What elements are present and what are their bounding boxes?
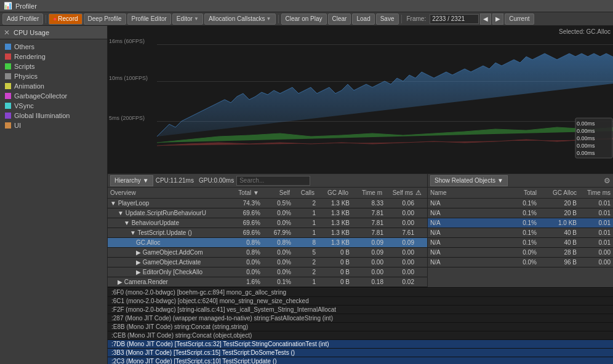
callstack-row[interactable]: :287 (Mono JIT Code) (wrapper managed-to… <box>108 314 613 323</box>
right-row-name: N/A <box>428 210 505 216</box>
legend-color <box>5 73 11 79</box>
hierarchy-table[interactable]: ▼ PlayerLoop 74.3% 0.5% 2 1.3 KB 8.33 0.… <box>108 199 427 287</box>
search-input[interactable] <box>236 176 310 186</box>
hierarchy-row[interactable]: ▶ GameObject.AddCom 0.8% 0.0% 5 0 B 0.09… <box>108 248 427 258</box>
hierarchy-row[interactable]: ▼ BehaviourUpdate 69.6% 0.0% 1 1.3 KB 7.… <box>108 218 427 228</box>
hierarchy-row[interactable]: ▼ PlayerLoop 74.3% 0.5% 2 1.3 KB 8.33 0.… <box>108 199 427 208</box>
right-col-timems[interactable]: Time ms <box>579 189 613 196</box>
alloc-dropdown-arrow: ▼ <box>266 16 271 22</box>
right-table-row[interactable]: N/A 0.0% 96 B 0.00 <box>428 258 613 267</box>
load-button[interactable]: Load <box>352 14 374 25</box>
row-calls: 8 <box>292 239 317 246</box>
hierarchy-row[interactable]: ▶ Camera.Render 1.6% 0.1% 1 0 B 0.18 0.0… <box>108 277 427 287</box>
col-timems[interactable]: Time m <box>351 189 385 196</box>
right-table-row[interactable]: N/A 0.1% 40 B 0.01 <box>428 228 613 238</box>
row-timems: 0.18 <box>351 279 385 285</box>
callstack-row[interactable]: :F2F (mono-2.0-bdwgc) [string-icalls.c:4… <box>108 306 613 314</box>
row-calls: 1 <box>292 220 317 226</box>
hierarchy-row[interactable]: GC.Alloc 0.8% 0.8% 8 1.3 KB 0.09 0.09 <box>108 238 427 248</box>
legend-item-garbagecollector[interactable]: GarbageCollector <box>0 91 107 101</box>
col-self[interactable]: Self <box>262 189 292 196</box>
col-total[interactable]: Total ▼ <box>225 189 262 196</box>
next-frame-button[interactable]: ▶ <box>492 14 503 25</box>
row-timems: 0.09 <box>351 239 385 246</box>
svg-text:0.00ms: 0.00ms <box>577 150 595 156</box>
legend-item-animation[interactable]: Animation <box>0 81 107 91</box>
col-calls[interactable]: Calls <box>292 189 317 196</box>
profile-editor-button[interactable]: Profile Editor <box>127 14 171 25</box>
row-name: ▶ GameObject.AddCom <box>108 249 225 256</box>
col-overview[interactable]: Overview <box>108 189 225 196</box>
legend-item-vsync[interactable]: VSync <box>0 101 107 111</box>
allocation-callstacks-button[interactable]: Allocation Callstacks ▼ <box>204 14 276 25</box>
callstack-panel[interactable]: :6F0 (mono-2.0-bdwgc) [boehm-gc.c:894] m… <box>108 288 613 364</box>
row-gcalloc: 1.3 KB <box>317 239 351 246</box>
legend-label: Scripts <box>14 63 35 70</box>
right-table-row[interactable]: N/A 0.1% 20 B 0.01 <box>428 208 613 218</box>
legend-color <box>5 63 11 69</box>
right-row-total: 0.1% <box>505 239 539 246</box>
right-table[interactable]: N/A 0.1% 20 B 0.01 N/A 0.1% 20 B 0.01 N/… <box>428 199 613 287</box>
row-self: 0.1% <box>262 279 292 285</box>
main-content: ✕ CPU Usage OthersRenderingScriptsPhysic… <box>0 26 613 364</box>
editor-button[interactable]: Editor ▼ <box>172 14 203 25</box>
right-panel-toolbar: Show Related Objects ▼ ⚙ <box>428 174 613 188</box>
callstack-row[interactable]: :6C1 (mono-2.0-bdwgc) [object.c:6240] mo… <box>108 297 613 306</box>
legend-color <box>5 53 11 60</box>
callstack-row[interactable]: :6F0 (mono-2.0-bdwgc) [boehm-gc.c:894] m… <box>108 288 613 297</box>
col-gcalloc[interactable]: GC Allo <box>317 189 351 196</box>
editor-dropdown-arrow: ▼ <box>194 16 199 22</box>
row-total: 1.6% <box>225 279 262 285</box>
row-name: ▼ BehaviourUpdate <box>108 220 225 226</box>
right-table-row[interactable]: N/A 0.1% 1.0 KB 0.01 <box>428 218 613 228</box>
hierarchy-row[interactable]: ▶ EditorOnly [CheckAllo 0.0% 0.0% 2 0 B … <box>108 267 427 277</box>
right-table-row[interactable]: N/A 0.1% 40 B 0.01 <box>428 238 613 248</box>
gear-icon[interactable]: ⚙ <box>604 176 611 185</box>
legend-item-others[interactable]: Others <box>0 42 107 52</box>
save-button[interactable]: Save <box>376 14 399 25</box>
row-total: 0.0% <box>225 269 262 275</box>
clear-button[interactable]: Clear <box>328 14 351 25</box>
add-profiler-button[interactable]: Add Profiler <box>2 14 43 25</box>
col-selfms[interactable]: Self ms <box>385 189 415 196</box>
right-row-timems: 0.00 <box>579 249 613 256</box>
legend-item-global-illumination[interactable]: Global Illumination <box>0 111 107 121</box>
callstack-row[interactable]: :2C3 (Mono JIT Code) [TestScript.cs:10] … <box>108 357 613 364</box>
row-timems: 7.81 <box>351 229 385 236</box>
right-table-row[interactable]: N/A 0.1% 20 B 0.01 <box>428 199 613 208</box>
right-row-name: N/A <box>428 220 505 226</box>
frame-input[interactable] <box>430 14 479 24</box>
hierarchy-row[interactable]: ▼ Update.ScriptRunBehaviourU 69.6% 0.0% … <box>108 208 427 218</box>
legend-item-ui[interactable]: UI <box>0 121 107 130</box>
callstack-row[interactable]: :E8B (Mono JIT Code) string:Concat (stri… <box>108 323 613 331</box>
callstack-row[interactable]: :CEB (Mono JIT Code) string:Concat (obje… <box>108 331 613 340</box>
callstack-row[interactable]: :7DB (Mono JIT Code) [TestScript.cs:32] … <box>108 340 613 349</box>
legend-item-rendering[interactable]: Rendering <box>0 52 107 61</box>
hierarchy-row[interactable]: ▼ TestScript.Update () 69.6% 67.9% 1 1.3… <box>108 228 427 238</box>
legend-label: Physics <box>14 73 38 80</box>
right-col-gcalloc[interactable]: GC Alloc <box>539 189 579 196</box>
clear-on-play-button[interactable]: Clear on Play <box>281 14 327 25</box>
right-col-total[interactable]: Total <box>505 189 539 196</box>
show-related-objects-dropdown[interactable]: Show Related Objects ▼ <box>430 175 508 186</box>
right-table-row[interactable]: N/A 0.0% 28 B 0.00 <box>428 248 613 258</box>
right-panel: Show Related Objects ▼ ⚙ Name Total GC A… <box>428 174 613 287</box>
current-button[interactable]: Current <box>505 14 534 25</box>
record-button[interactable]: ● Record <box>49 14 82 25</box>
hierarchy-table-header: Overview Total ▼ Self Calls GC Allo Time… <box>108 188 427 199</box>
close-cpu-usage-button[interactable]: ✕ <box>4 28 10 37</box>
hierarchy-row[interactable]: ▶ GameObject.Activate 0.0% 0.0% 2 0 B 0.… <box>108 258 427 267</box>
callstack-row[interactable]: :3B3 (Mono JIT Code) [TestScript.cs:15] … <box>108 349 613 357</box>
row-calls: 1 <box>292 229 317 236</box>
chart-area[interactable]: Selected: GC.Alloc 16ms (60FPS) 10ms (10… <box>108 26 613 173</box>
prev-frame-button[interactable]: ◀ <box>480 14 491 25</box>
right-row-timems: 0.01 <box>579 210 613 216</box>
window-title: Profiler <box>15 2 37 10</box>
legend-item-scripts[interactable]: Scripts <box>0 61 107 71</box>
hierarchy-dropdown[interactable]: Hierarchy ▼ <box>110 175 153 186</box>
chart-visualization[interactable]: 0.00ms 0.00ms 0.00ms 0.00ms 0.00ms <box>157 26 613 173</box>
right-col-name[interactable]: Name <box>428 189 505 196</box>
deep-profile-button[interactable]: Deep Profile <box>84 14 126 25</box>
legend-item-physics[interactable]: Physics <box>0 71 107 81</box>
row-timems: 7.81 <box>351 210 385 216</box>
